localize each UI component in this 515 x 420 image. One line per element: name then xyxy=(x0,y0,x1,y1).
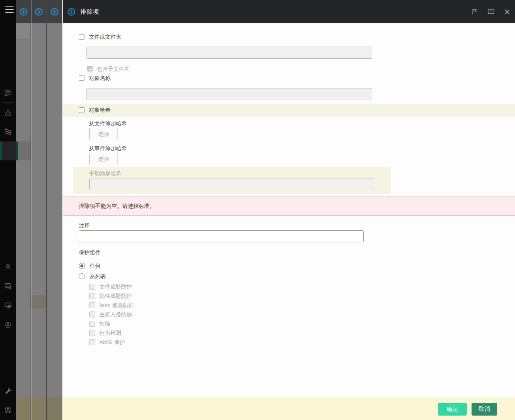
component-checkbox[interactable] xyxy=(89,339,95,345)
circle-arrow-icon xyxy=(67,8,76,16)
panel-1-header[interactable] xyxy=(16,0,31,23)
comment-input[interactable] xyxy=(79,230,364,242)
exclusion-dialog: 排除项 文件或文件夹 包含子文件夹 对象名称 对象哈希 从文件添加哈希 选择 从… xyxy=(63,0,515,420)
object-hash-checkbox[interactable] xyxy=(79,107,84,113)
component-checkbox[interactable] xyxy=(89,321,95,327)
validation-error-bar: 排除项不能为空。请选择标准。 xyxy=(63,197,515,216)
object-name-input[interactable] xyxy=(87,88,372,100)
component-checkbox[interactable] xyxy=(89,302,95,308)
object-hash-band xyxy=(63,104,515,117)
protection-components-list: 文件威胁防护 邮件威胁防护 Web 威胁防护 主机入侵防御 扫描 行为检测 AM… xyxy=(89,284,134,348)
page-title: 排除项 xyxy=(80,8,99,16)
component-label: 邮件威胁防护 xyxy=(99,293,132,299)
component-checkbox[interactable] xyxy=(89,311,95,318)
app-window: 排除项 文件或文件夹 包含子文件夹 对象名称 对象哈希 从文件添加哈希 选择 从… xyxy=(0,0,515,420)
menu-icon[interactable] xyxy=(5,6,14,13)
hierarchy-icon[interactable] xyxy=(4,127,12,135)
protection-any-radio[interactable] xyxy=(79,263,85,269)
validation-error-text: 排除项不能为空。请选择标准。 xyxy=(79,203,155,210)
component-row: 邮件威胁防护 xyxy=(89,293,134,299)
flag-icon[interactable] xyxy=(471,8,478,15)
help-book-icon[interactable] xyxy=(487,8,495,15)
object-hash-label: 对象哈希 xyxy=(89,107,111,113)
component-checkbox[interactable] xyxy=(89,284,95,290)
close-icon[interactable] xyxy=(504,9,510,15)
component-row: 扫描 xyxy=(89,321,134,327)
object-name-label: 对象名称 xyxy=(89,75,111,82)
stacked-panel-2[interactable] xyxy=(31,0,47,420)
component-label: 行为检测 xyxy=(99,330,121,336)
panel-3-header[interactable] xyxy=(47,0,62,23)
component-label: Web 威胁防护 xyxy=(99,302,134,308)
manual-hash-input[interactable] xyxy=(89,178,374,190)
sidebar-divider xyxy=(3,102,13,102)
file-or-folder-input[interactable] xyxy=(87,47,372,59)
sidebar-selected-accent xyxy=(0,141,2,160)
file-or-folder-checkbox[interactable] xyxy=(79,34,84,40)
cancel-button[interactable]: 取消 xyxy=(472,403,497,416)
sidebar-item-selected[interactable] xyxy=(0,141,16,160)
hash-from-event-select-button[interactable]: 选择 xyxy=(89,153,118,165)
app-sidebar xyxy=(0,0,16,420)
manual-hash-label: 手动添加哈希 xyxy=(89,170,122,177)
users-icon[interactable] xyxy=(4,263,12,271)
protection-any-label: 任何 xyxy=(90,263,101,269)
component-checkbox[interactable] xyxy=(89,330,95,336)
dialog-header: 排除项 xyxy=(63,0,515,23)
panel-2-body xyxy=(31,23,46,420)
devices-icon[interactable] xyxy=(4,301,12,309)
protection-from-list-label: 从列表 xyxy=(90,273,106,280)
panel-1-body xyxy=(16,23,31,420)
component-row: 文件威胁防护 xyxy=(89,284,134,290)
marketplace-icon[interactable] xyxy=(4,321,12,329)
circle-arrow-icon xyxy=(19,8,28,16)
policies-icon[interactable] xyxy=(4,282,12,290)
circle-arrow-icon xyxy=(35,8,43,16)
component-label: AMSI 保护 xyxy=(99,339,125,345)
comment-label: 注释 xyxy=(79,223,90,229)
protection-from-list-radio[interactable] xyxy=(79,273,85,279)
component-row: AMSI 保护 xyxy=(89,339,134,345)
stacked-panel-1[interactable] xyxy=(16,0,31,420)
protection-components-label: 保护组件 xyxy=(79,250,101,256)
panel-3-body xyxy=(47,23,62,420)
component-label: 主机入侵防御 xyxy=(99,311,132,318)
file-or-folder-label: 文件或文件夹 xyxy=(89,34,122,40)
component-label: 扫描 xyxy=(99,321,110,327)
component-row: Web 威胁防护 xyxy=(89,302,134,308)
include-subfolders-label: 包含子文件夹 xyxy=(97,66,130,72)
dialog-footer: 确定 取消 xyxy=(63,397,515,420)
hash-from-file-select-button[interactable]: 选择 xyxy=(89,128,118,140)
circle-arrow-icon xyxy=(50,8,59,16)
hash-from-file-label: 从文件添加哈希 xyxy=(89,121,127,127)
include-subfolders-checkbox xyxy=(87,66,93,72)
component-row: 主机入侵防御 xyxy=(89,311,134,318)
ok-button[interactable]: 确定 xyxy=(438,403,467,416)
object-name-checkbox[interactable] xyxy=(79,75,84,81)
account-icon[interactable] xyxy=(4,406,12,414)
component-label: 文件威胁防护 xyxy=(99,284,132,290)
settings-wrench-icon[interactable] xyxy=(4,387,12,395)
panel-2-header[interactable] xyxy=(31,0,46,23)
stacked-panel-3[interactable] xyxy=(47,0,62,420)
monitoring-icon[interactable] xyxy=(4,88,12,96)
hash-from-event-label: 从事件添加哈希 xyxy=(89,145,127,152)
component-checkbox[interactable] xyxy=(89,293,95,299)
component-row: 行为检测 xyxy=(89,330,134,336)
alerts-icon[interactable] xyxy=(4,109,12,117)
